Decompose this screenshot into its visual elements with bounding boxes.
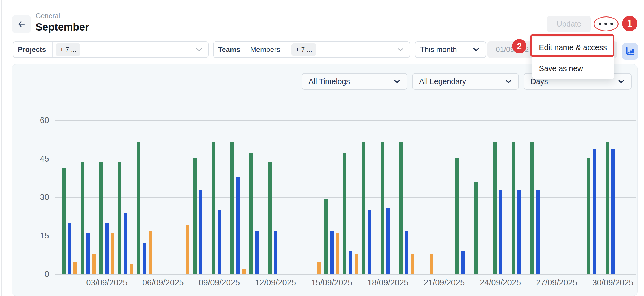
bar-green-day-17 xyxy=(362,142,365,274)
bar-orange-day-19 xyxy=(411,254,414,274)
bar-blue-day-10 xyxy=(236,177,240,274)
bar-green-day-26 xyxy=(530,142,534,274)
x-axis-tick-label: 03/09/2025 xyxy=(86,278,127,288)
bar-orange-day-7 xyxy=(186,225,189,274)
bar-orange-day-3 xyxy=(111,233,114,274)
bar-green-day-23 xyxy=(474,182,478,274)
arrow-left-icon xyxy=(17,20,26,28)
bar-blue-day-8 xyxy=(199,190,202,274)
chevron-down-icon xyxy=(196,48,202,51)
x-axis-tick-label: 18/09/2025 xyxy=(367,278,408,288)
ellipsis-icon xyxy=(599,23,601,25)
bar-blue-day-18 xyxy=(386,208,390,274)
annotation-step-badge-1: 1 xyxy=(622,16,637,31)
bar-blue-day-30 xyxy=(611,149,615,274)
bar-blue-day-26 xyxy=(536,190,540,274)
bar-blue-day-3 xyxy=(105,223,109,274)
legendary-select[interactable]: All Legendary xyxy=(412,73,519,90)
bar-chart-icon xyxy=(625,46,635,57)
bar-green-day-10 xyxy=(230,142,234,274)
bar-green-day-3 xyxy=(99,162,103,274)
menu-item-edit-name-access[interactable]: Edit name & access xyxy=(532,37,614,58)
ellipsis-icon xyxy=(610,23,613,25)
bar-orange-day-5 xyxy=(149,231,152,274)
bar-green-day-30 xyxy=(606,142,609,274)
projects-filter-select[interactable]: Projects + 7 ... xyxy=(13,41,209,58)
projects-more-chip: + 7 ... xyxy=(56,43,80,56)
field-divider xyxy=(52,42,53,57)
bar-orange-day-15 xyxy=(336,233,339,274)
bar-green-day-24 xyxy=(493,142,497,274)
bar-blue-day-15 xyxy=(330,231,334,274)
bar-green-day-25 xyxy=(512,142,515,274)
field-divider xyxy=(288,42,288,57)
teams-members-label: Members xyxy=(250,46,280,54)
bar-blue-day-2 xyxy=(86,233,90,274)
timelog-type-select[interactable]: All Timelogs xyxy=(302,73,407,90)
bar-green-day-2 xyxy=(81,162,84,274)
x-axis-tick-label: 21/09/2025 xyxy=(424,278,465,288)
bar-green-day-18 xyxy=(381,142,384,274)
bar-green-day-5 xyxy=(137,142,140,274)
chevron-down-icon xyxy=(473,48,479,51)
x-axis-tick-label: 15/09/2025 xyxy=(311,278,352,288)
bar-blue-day-19 xyxy=(405,231,408,274)
projects-filter-label: Projects xyxy=(18,46,46,54)
x-axis-tick-label: 27/09/2025 xyxy=(536,278,577,288)
chevron-down-icon xyxy=(397,48,404,51)
bar-green-day-8 xyxy=(193,158,197,274)
bar-green-day-9 xyxy=(212,142,215,274)
x-axis-tick-label: 09/09/2025 xyxy=(199,278,240,288)
menu-item-save-as-new[interactable]: Save as new xyxy=(532,58,614,79)
bar-green-day-19 xyxy=(399,142,403,274)
bar-green-day-29 xyxy=(587,158,590,274)
bar-blue-day-16 xyxy=(349,251,352,274)
date-preset-select[interactable]: This month xyxy=(415,41,486,58)
bar-green-day-4 xyxy=(118,162,121,274)
bar-green-day-22 xyxy=(455,158,459,274)
x-axis-tick-label: 30/09/2025 xyxy=(592,278,633,288)
bar-blue-day-11 xyxy=(255,231,259,274)
plot-area: 01530456003/09/202506/09/202509/09/20251… xyxy=(55,120,636,274)
page-title: September xyxy=(36,21,89,33)
back-button[interactable] xyxy=(12,15,31,33)
ellipsis-icon xyxy=(604,23,607,25)
teams-filter-select[interactable]: Teams Members + 7 ... xyxy=(213,41,410,58)
bar-green-day-11 xyxy=(249,153,253,274)
chevron-down-icon xyxy=(394,80,400,83)
more-menu-button[interactable] xyxy=(596,18,615,29)
bar-orange-day-4 xyxy=(130,264,133,274)
context-menu: Edit name & access Save as new xyxy=(532,37,614,79)
x-axis-tick-label: 06/09/2025 xyxy=(142,278,184,288)
bar-blue-day-22 xyxy=(461,251,465,274)
teams-more-chip: + 7 ... xyxy=(291,43,316,56)
bar-blue-day-29 xyxy=(593,149,596,274)
bar-green-day-16 xyxy=(343,153,346,274)
bar-orange-day-14 xyxy=(317,262,321,274)
bar-green-day-1 xyxy=(62,168,66,274)
y-axis-tick-label: 45 xyxy=(40,154,49,164)
bar-blue-day-5 xyxy=(143,243,146,274)
chevron-down-icon xyxy=(506,80,511,83)
timelog-type-value: All Timelogs xyxy=(308,77,350,86)
bar-blue-day-24 xyxy=(499,190,502,274)
gridline-60 xyxy=(55,120,636,121)
y-axis-tick-label: 15 xyxy=(40,231,49,241)
y-axis-tick-label: 60 xyxy=(40,116,49,125)
bar-orange-day-20 xyxy=(430,254,433,274)
bar-green-day-12 xyxy=(268,162,272,274)
legendary-value: All Legendary xyxy=(419,77,466,86)
y-axis-tick-label: 0 xyxy=(45,269,49,279)
chart-view-toggle-button[interactable] xyxy=(622,43,638,60)
bar-blue-day-4 xyxy=(124,213,127,274)
x-axis-tick-label: 12/09/2025 xyxy=(255,278,296,288)
bar-blue-day-17 xyxy=(368,210,371,274)
annotation-step-badge-2: 2 xyxy=(512,39,526,53)
window-edge-line xyxy=(1,0,2,296)
date-preset-value: This month xyxy=(420,45,457,54)
bar-green-day-15 xyxy=(324,199,328,274)
bar-orange-day-1 xyxy=(73,262,77,274)
bar-orange-day-2 xyxy=(92,254,96,274)
update-button[interactable]: Update xyxy=(547,16,591,32)
x-axis-tick-label: 24/09/2025 xyxy=(480,278,521,288)
